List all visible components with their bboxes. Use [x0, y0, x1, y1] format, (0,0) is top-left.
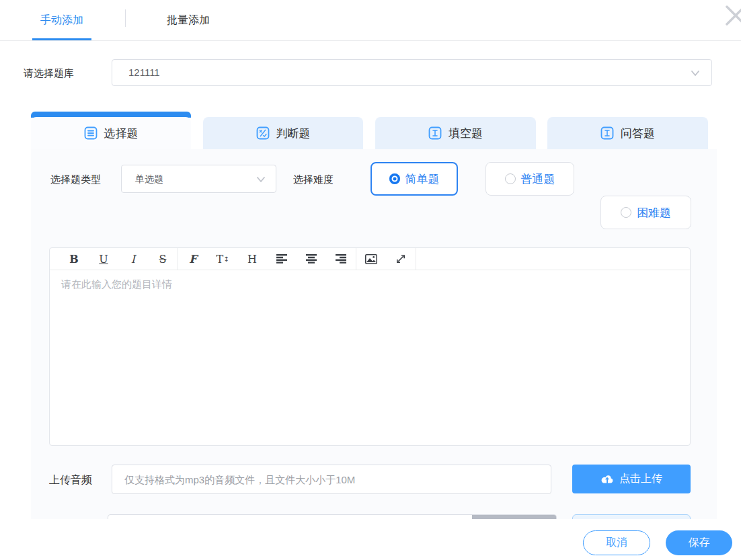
font-size-icon[interactable]: T↕: [208, 248, 237, 270]
radio-unselected-icon: [505, 173, 516, 184]
qtab-qa[interactable]: 问答题: [547, 117, 708, 149]
bank-select[interactable]: 121111: [112, 59, 712, 86]
qtab-choice-label: 选择题: [104, 126, 139, 141]
difficulty-normal-radio[interactable]: 普通题: [485, 162, 574, 196]
difficulty-label: 选择难度: [293, 173, 334, 186]
underline-icon[interactable]: U: [89, 248, 118, 270]
audio-upload-label: 上传音频: [49, 473, 92, 487]
qtab-choice[interactable]: 选择题: [31, 117, 191, 149]
bank-select-value: 121111: [128, 67, 160, 78]
align-center-icon[interactable]: [297, 248, 326, 270]
choice-type-label: 选择题类型: [50, 173, 101, 186]
chevron-down-icon: [256, 174, 266, 185]
tab-batch-add[interactable]: 批量添加: [158, 0, 219, 40]
font-icon[interactable]: F: [178, 248, 208, 270]
choice-type-value: 单选题: [135, 173, 163, 186]
close-icon[interactable]: [724, 4, 741, 27]
editor-body[interactable]: [50, 271, 690, 446]
audio-upload-button[interactable]: 点击上传: [572, 465, 691, 493]
audio-file-input[interactable]: [112, 465, 551, 494]
list-icon: [84, 126, 98, 140]
audio-upload-button-label: 点击上传: [619, 472, 662, 486]
qtab-qa-label: 问答题: [621, 126, 655, 141]
qtab-fill-blank-label: 填空题: [448, 126, 483, 141]
question-editor: B U I S F T↕ H: [49, 247, 691, 446]
save-button[interactable]: 保存: [666, 530, 732, 555]
qtab-judge-label: 判断题: [276, 126, 311, 141]
dialog-footer: 取消 保存: [0, 519, 741, 560]
qa-icon: [600, 126, 614, 140]
difficulty-hard-radio[interactable]: 困难题: [600, 196, 691, 229]
bold-icon[interactable]: B: [59, 248, 89, 270]
cancel-button[interactable]: 取消: [583, 530, 650, 555]
radio-unselected-icon: [621, 207, 631, 218]
tab-batch-add-label: 批量添加: [167, 14, 210, 26]
difficulty-easy-label: 简单题: [405, 171, 440, 187]
qtab-judge[interactable]: 判断题: [203, 117, 363, 149]
chevron-down-icon: [690, 68, 701, 79]
dialog-header: 手动添加 批量添加: [0, 0, 741, 41]
difficulty-easy-radio[interactable]: 简单题: [370, 162, 458, 196]
choice-type-select[interactable]: 单选题: [121, 165, 276, 193]
toolbar-divider: [416, 248, 416, 270]
insert-image-icon[interactable]: [356, 248, 386, 270]
judge-icon: [256, 126, 270, 140]
bank-select-label: 请选择题库: [24, 67, 74, 80]
header-tab-divider: [125, 9, 126, 27]
heading-icon[interactable]: H: [237, 248, 267, 270]
active-tab-underline: [32, 38, 91, 40]
italic-icon[interactable]: I: [118, 248, 148, 270]
editor-toolbar: B U I S F T↕ H: [50, 248, 690, 270]
difficulty-hard-label: 困难题: [637, 205, 671, 221]
difficulty-normal-label: 普通题: [521, 171, 555, 187]
strikethrough-icon[interactable]: S: [148, 248, 178, 270]
qtab-fill-blank[interactable]: 填空题: [375, 117, 536, 149]
cloud-upload-icon: [600, 474, 614, 485]
fullscreen-icon[interactable]: [386, 248, 416, 270]
align-right-icon[interactable]: [326, 248, 356, 270]
fill-blank-icon: [428, 126, 442, 140]
tab-manual-add[interactable]: 手动添加: [32, 0, 91, 40]
tab-manual-add-label: 手动添加: [40, 14, 83, 26]
align-left-icon[interactable]: [267, 248, 297, 270]
radio-selected-icon: [389, 173, 400, 184]
editor-placeholder: 请在此输入您的题目详情: [61, 278, 172, 291]
